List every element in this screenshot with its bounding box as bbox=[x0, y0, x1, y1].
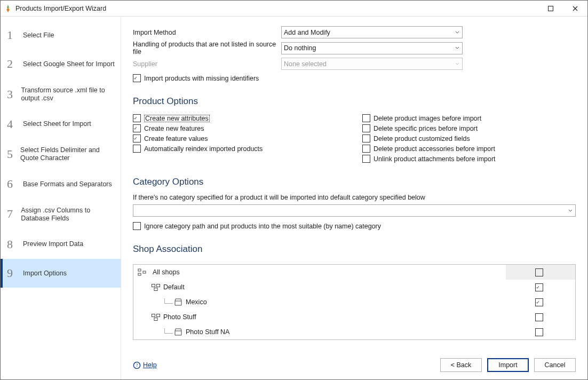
wizard-window: Products Import/Export Wizard 1Select Fi… bbox=[0, 0, 588, 380]
category-desc: If there's no category specified for a p… bbox=[133, 194, 576, 201]
opt-delete-accessories[interactable]: Delete product accessories before import bbox=[362, 145, 576, 153]
shop-row-check[interactable] bbox=[506, 328, 575, 336]
select-value: Add and Modify bbox=[284, 29, 330, 36]
titlebar: Products Import/Export Wizard bbox=[1, 1, 587, 17]
step-7[interactable]: 7Assign .csv Columns to Database Fields bbox=[1, 199, 121, 230]
checkbox-icon bbox=[133, 124, 141, 132]
shop-row-name[interactable]: Photo Stuff NA bbox=[133, 328, 506, 336]
checkbox-label: Create feature values bbox=[144, 135, 208, 142]
shop-group-icon bbox=[152, 283, 160, 291]
shop-row-label: Default bbox=[163, 283, 185, 291]
back-button[interactable]: < Back bbox=[440, 358, 482, 372]
help-label: Help bbox=[143, 361, 157, 369]
checkbox-label: Create new attributes bbox=[144, 115, 210, 122]
svg-rect-4 bbox=[152, 284, 155, 287]
checkbox-icon bbox=[133, 114, 141, 122]
shop-header-name: All shops bbox=[133, 265, 506, 280]
opt-auto-reindex[interactable]: Automatically reindex imported products bbox=[133, 145, 346, 153]
cancel-button[interactable]: Cancel bbox=[534, 358, 576, 372]
step-4[interactable]: 4Select Sheet for Import bbox=[1, 110, 121, 139]
default-category-select[interactable] bbox=[133, 204, 576, 217]
checkbox-icon bbox=[362, 145, 370, 153]
checkbox-label: Create new features bbox=[144, 125, 204, 132]
checkbox-label: Unlink product attachments before import bbox=[374, 155, 496, 163]
shop-row-name[interactable]: Photo Stuff bbox=[133, 313, 506, 321]
svg-rect-9 bbox=[154, 318, 157, 321]
checkbox-icon bbox=[133, 145, 141, 153]
step-5[interactable]: 5Select Fields Delimiter and Quote Chara… bbox=[1, 139, 121, 170]
checkbox-label: Delete product customized fields bbox=[374, 135, 470, 142]
step-label: Select Sheet for Import bbox=[23, 120, 91, 128]
opt-unlink-attachments[interactable]: Unlink product attachments before import bbox=[362, 155, 576, 163]
handling-select[interactable]: Do nothing bbox=[281, 42, 463, 54]
svg-rect-7 bbox=[152, 314, 155, 317]
opt-delete-custom[interactable]: Delete product customized fields bbox=[362, 134, 576, 142]
shop-row-name[interactable]: Default bbox=[133, 283, 506, 291]
product-options-heading: Product Options bbox=[133, 96, 576, 107]
opt-delete-images[interactable]: Delete product images before import bbox=[362, 114, 576, 122]
checkbox-icon bbox=[133, 222, 141, 230]
shop-rows: Default Mexico bbox=[133, 280, 575, 339]
tree-line bbox=[164, 328, 173, 334]
checkbox-icon bbox=[535, 328, 543, 336]
shop-row-check[interactable] bbox=[506, 298, 575, 306]
step-6[interactable]: 6Base Formats and Separators bbox=[1, 170, 121, 199]
import-button[interactable]: Import bbox=[487, 358, 529, 372]
checkbox-icon bbox=[362, 124, 370, 132]
step-1[interactable]: 1Select File bbox=[1, 21, 121, 50]
product-options-left: Create new attributes Create new feature… bbox=[133, 112, 346, 165]
window-buttons bbox=[538, 1, 587, 17]
checkbox-label: Import products with missing identifiers bbox=[144, 75, 259, 82]
default-category-row bbox=[133, 204, 576, 217]
close-button[interactable] bbox=[563, 1, 587, 17]
svg-rect-8 bbox=[157, 314, 160, 317]
shop-row-check[interactable] bbox=[506, 283, 575, 291]
step-label: Preview Import Data bbox=[23, 240, 83, 248]
checkbox-icon bbox=[133, 134, 141, 142]
opt-create-feature-values[interactable]: Create feature values bbox=[133, 134, 346, 142]
step-9[interactable]: 9Import Options bbox=[1, 259, 121, 288]
step-label: Select Google Sheet for Import bbox=[23, 60, 115, 68]
import-method-select[interactable]: Add and Modify bbox=[281, 26, 463, 38]
step-label: Base Formats and Separators bbox=[23, 180, 112, 188]
shop-row-photostuff: Photo Stuff bbox=[133, 310, 575, 324]
svg-text:?: ? bbox=[136, 362, 138, 368]
supplier-row: Supplier None selected bbox=[133, 58, 576, 70]
help-link[interactable]: ? Help bbox=[133, 361, 157, 369]
svg-rect-3 bbox=[143, 271, 146, 273]
opt-delete-prices[interactable]: Delete specific prices before import bbox=[362, 124, 576, 132]
step-3[interactable]: 3Transform source .xml file to output .c… bbox=[1, 79, 121, 110]
opt-create-features[interactable]: Create new features bbox=[133, 124, 346, 132]
checkbox-icon bbox=[362, 155, 370, 163]
checkbox-icon bbox=[535, 268, 543, 276]
shop-header-check[interactable] bbox=[506, 265, 575, 280]
shop-header-label: All shops bbox=[153, 268, 180, 276]
shop-row-name[interactable]: Mexico bbox=[133, 298, 506, 306]
shop-group-icon bbox=[152, 313, 160, 321]
shop-row-default: Default bbox=[133, 280, 575, 295]
svg-rect-5 bbox=[157, 284, 160, 287]
step-8[interactable]: 8Preview Import Data bbox=[1, 230, 121, 259]
import-missing-row[interactable]: Import products with missing identifiers bbox=[133, 74, 576, 82]
opt-create-attributes[interactable]: Create new attributes bbox=[133, 114, 346, 122]
shop-row-label: Photo Stuff bbox=[163, 313, 196, 321]
wizard-sidebar: 1Select File 2Select Google Sheet for Im… bbox=[1, 17, 121, 379]
ignore-category-path[interactable]: Ignore category path and put products in… bbox=[133, 222, 576, 230]
product-options-right: Delete product images before import Dele… bbox=[362, 112, 576, 165]
shop-row-photostuff-na: Photo Stuff NA bbox=[133, 324, 575, 339]
help-icon: ? bbox=[133, 361, 141, 369]
checkbox-label: Delete product images before import bbox=[374, 115, 481, 122]
step-label: Assign .csv Columns to Database Fields bbox=[21, 207, 115, 223]
chevron-down-icon bbox=[455, 30, 460, 35]
import-method-row: Import Method Add and Modify bbox=[133, 26, 576, 38]
shop-heading: Shop Association bbox=[133, 244, 576, 255]
maximize-button[interactable] bbox=[538, 1, 563, 17]
svg-rect-1 bbox=[138, 269, 141, 271]
shop-row-check[interactable] bbox=[506, 313, 575, 321]
checkbox-icon bbox=[535, 313, 543, 321]
shop-store-icon bbox=[174, 298, 182, 306]
supplier-select: None selected bbox=[281, 58, 463, 70]
step-2[interactable]: 2Select Google Sheet for Import bbox=[1, 50, 121, 78]
shop-store-icon bbox=[174, 328, 182, 336]
tree-line bbox=[164, 298, 173, 304]
